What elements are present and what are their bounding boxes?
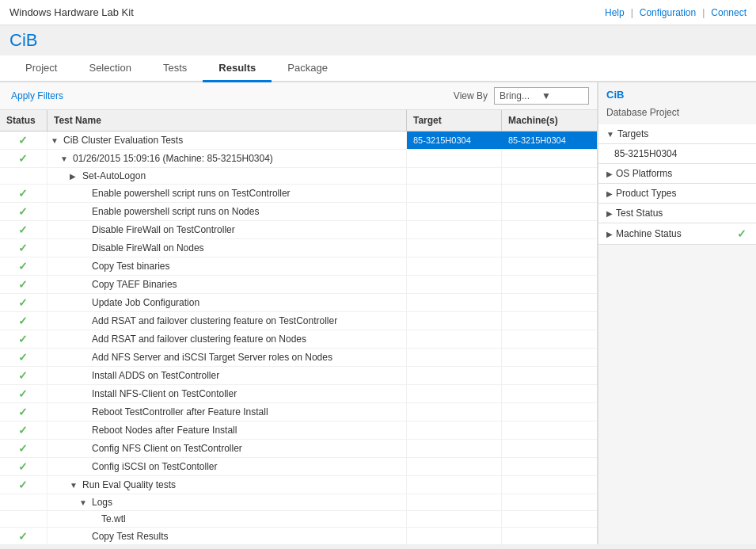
row-name-text: Add NFS Server and iSCSI Target Server r… [92,352,332,363]
check-icon: ✓ [18,134,29,147]
table-row[interactable]: ✓Install NFS-Client on TestContoller [0,385,597,403]
row-status-19: ✓ [0,476,47,494]
row-name-text: Enable powershell script runs on TestCon… [92,188,291,199]
row-name-text: Logs [92,497,112,508]
row-machine-20 [502,494,597,510]
tab-package[interactable]: Package [272,55,344,82]
tree-item-machine-status[interactable]: ▶ Machine Status ✓ [598,223,756,245]
table-row[interactable]: ✓Disable FireWall on Nodes [0,239,597,257]
table-row[interactable]: ✓Update Job Configuration [0,294,597,312]
row-target-8 [407,276,502,293]
row-status-21 [0,511,47,527]
table-row[interactable]: Te.wtl [0,511,597,528]
table-row[interactable]: ✓Copy Test Results [0,528,597,544]
tree-child-target-name[interactable]: 85-3215H0304 [598,144,756,164]
row-name-text: 01/26/2015 15:09:16 (Machine: 85-3215H03… [73,153,273,164]
check-icon: ✓ [18,315,29,327]
main-layout: Apply Filters View By Bring... ▼ Status … [0,82,756,544]
table-row[interactable]: ✓▼Run Eval Quality tests [0,476,597,494]
table-row[interactable]: ✓Enable powershell script runs on TestCo… [0,185,597,203]
row-status-13: ✓ [0,367,47,384]
collapse-icon[interactable]: ▼ [79,498,89,507]
view-by-value: Bring... [500,90,541,101]
row-machine-2 [502,168,597,184]
table-row[interactable]: ✓Install ADDS on TestController [0,367,597,385]
right-panel-title: CiB [598,82,756,107]
row-name-4: Enable powershell script runs on Nodes [47,203,407,220]
row-machine-19 [502,476,597,494]
os-platforms-label: OS Platforms [616,168,748,179]
row-name-text: Disable FireWall on TestController [92,224,235,235]
collapse-icon[interactable]: ▼ [60,154,70,163]
table-row[interactable]: ✓Add NFS Server and iSCSI Target Server … [0,349,597,367]
row-status-5: ✓ [0,221,47,238]
row-status-3: ✓ [0,185,47,202]
row-machine-12 [502,349,597,366]
row-name-18: Config iSCSI on TestContoller [47,458,407,475]
table-row[interactable]: ✓▼01/26/2015 15:09:16 (Machine: 85-3215H… [0,150,597,168]
connect-link[interactable]: Connect [711,7,747,18]
check-icon: ✓ [18,296,29,309]
table-row[interactable]: ▼Logs [0,494,597,511]
row-name-12: Add NFS Server and iSCSI Target Server r… [47,349,407,366]
table-row[interactable]: ✓Config NFS Client on TestController [0,440,597,458]
table-row[interactable]: ✓Disable FireWall on TestController [0,221,597,239]
machine-status-check-icon: ✓ [737,227,748,240]
row-status-8: ✓ [0,276,47,293]
help-link[interactable]: Help [605,7,625,18]
col-machines: Machine(s) [502,110,597,131]
row-status-16: ✓ [0,421,47,439]
table-row[interactable]: ✓Enable powershell script runs on Nodes [0,203,597,221]
table-row[interactable]: ✓Reboot Nodes after Feature Install [0,421,597,440]
tree-item-test-status[interactable]: ▶ Test Status [598,204,756,223]
row-name-text: Install ADDS on TestController [92,370,219,381]
collapse-icon[interactable]: ▼ [51,136,60,145]
row-name-text: Reboot TestController after Feature Inst… [92,406,268,417]
tab-selection[interactable]: Selection [73,55,146,82]
product-types-label: Product Types [616,188,748,199]
table-row[interactable]: ✓Add RSAT and failover clustering featur… [0,330,597,349]
table-row[interactable]: ✓Copy TAEF Binaries [0,276,597,294]
row-name-text: Enable powershell script runs on Nodes [92,206,259,217]
table-body: ✓▼CiB Cluster Evaluation Tests85-3215H03… [0,132,597,544]
check-icon: ✓ [18,260,29,273]
tree-item-os-platforms[interactable]: ▶ OS Platforms [598,164,756,184]
row-status-7: ✓ [0,257,47,275]
row-target-1 [407,150,502,167]
toolbar: Apply Filters View By Bring... ▼ [0,82,597,110]
app-short-title-container: CiB [0,25,756,55]
configuration-link[interactable]: Configuration [640,7,696,18]
tab-project[interactable]: Project [9,55,73,82]
check-icon: ✓ [18,530,29,543]
row-name-text: Update Job Configuration [92,297,199,308]
row-machine-3 [502,185,597,202]
apply-filters-button[interactable]: Apply Filters [8,89,66,103]
tree-item-targets[interactable]: ▼ Targets [598,124,756,144]
tree-item-product-types[interactable]: ▶ Product Types [598,184,756,204]
expand-icon[interactable]: ▶ [70,172,79,181]
row-machine-13 [502,367,597,384]
table-row[interactable]: ✓Copy Test binaries [0,257,597,276]
app-title-text: Windows Hardware Lab Kit [9,6,134,18]
collapse-icon[interactable]: ▼ [70,481,79,490]
row-name-19: ▼Run Eval Quality tests [47,476,407,494]
table-row[interactable]: ✓Reboot TestController after Feature Ins… [0,403,597,421]
row-name-text: Config NFS Client on TestController [92,443,242,454]
row-name-text: Te.wtl [101,513,126,524]
machine-status-label: Machine Status [616,228,737,239]
row-target-12 [407,349,502,366]
tab-tests[interactable]: Tests [147,55,203,82]
check-icon: ✓ [18,205,29,218]
table-row[interactable]: ▶Set-AutoLogon [0,168,597,185]
table-row[interactable]: ✓▼CiB Cluster Evaluation Tests85-3215H03… [0,132,597,150]
row-name-7: Copy Test binaries [47,257,407,275]
row-status-10: ✓ [0,312,47,330]
view-by-dropdown[interactable]: Bring... ▼ [494,87,589,105]
row-target-19 [407,476,502,494]
tab-results[interactable]: Results [203,55,272,82]
table-row[interactable]: ✓Add RSAT and failover clustering featur… [0,312,597,330]
row-target-6 [407,239,502,257]
table-row[interactable]: ✓Config iSCSI on TestContoller [0,458,597,476]
view-by-container: View By Bring... ▼ [454,87,589,105]
check-icon: ✓ [18,478,29,491]
